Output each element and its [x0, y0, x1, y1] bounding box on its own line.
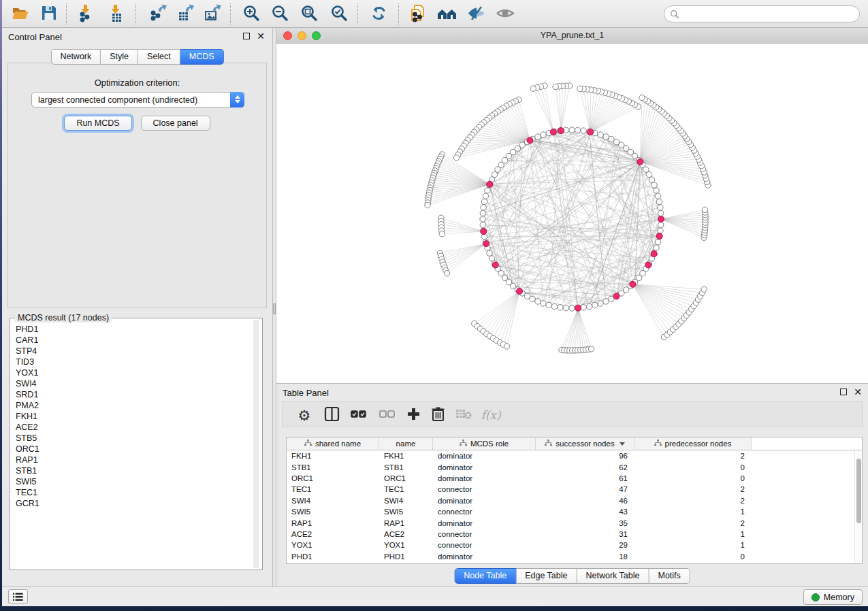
apply-function-button[interactable]: f(x): [480, 404, 502, 426]
optimization-criterion-select[interactable]: largest connected component (undirected): [31, 92, 244, 108]
zoom-in-button[interactable]: [240, 3, 263, 25]
table-row[interactable]: PHD1PHD1dominator180: [287, 551, 862, 562]
search-input[interactable]: [679, 10, 859, 19]
search-box[interactable]: [664, 5, 860, 22]
tab-mcds[interactable]: MCDS: [180, 49, 224, 65]
tab-motifs[interactable]: Motifs: [649, 568, 690, 584]
optimization-criterion-label: Optimization criterion:: [8, 78, 266, 88]
settings-gear-icon: ⚙: [298, 408, 311, 423]
first-neighbors-button[interactable]: [435, 3, 458, 25]
float-table-panel-icon[interactable]: [840, 389, 847, 395]
column-header-successor-nodes[interactable]: successor nodes: [536, 437, 634, 450]
save-session-button[interactable]: [37, 3, 61, 25]
close-table-panel-icon[interactable]: ✕: [854, 389, 862, 395]
column-header-filler: [752, 437, 862, 450]
table-row[interactable]: YOX1YOX1connector291: [287, 540, 862, 550]
mcds-result-item[interactable]: CAR1: [16, 335, 250, 346]
mcds-result-item[interactable]: TID3: [16, 357, 250, 367]
tab-network[interactable]: Network: [50, 49, 101, 65]
table-row[interactable]: TEC1TEC1connector472: [287, 484, 862, 495]
tab-node-table[interactable]: Node Table: [454, 568, 516, 584]
mcds-result-item[interactable]: SWI5: [16, 476, 250, 487]
task-history-button[interactable]: [8, 589, 28, 604]
first-neighbors-icon: [437, 4, 457, 24]
cytoscape-window: Control Panel ✕ NetworkStyleSelectMCDS O…: [2, 0, 868, 606]
delete-table-button[interactable]: [453, 404, 475, 426]
float-panel-icon[interactable]: [243, 33, 250, 39]
column-header-name[interactable]: name: [379, 437, 433, 450]
network-edges: [428, 86, 708, 350]
close-panel-icon[interactable]: ✕: [257, 33, 265, 39]
column-header-shared-name[interactable]: shared name: [287, 437, 379, 450]
table-scrollbar[interactable]: [854, 450, 862, 563]
settings-gear-button[interactable]: ⚙: [293, 404, 315, 426]
mcds-result-item[interactable]: STB5: [16, 433, 250, 444]
network-window-title: YPA_prune.txt_1: [276, 31, 868, 40]
splitter-grip[interactable]: [273, 303, 276, 314]
tab-network-table[interactable]: Network Table: [577, 568, 649, 584]
mcds-result-item[interactable]: PMA2: [16, 400, 250, 411]
table-scrollbar-thumb[interactable]: [856, 459, 861, 523]
memory-button[interactable]: Memory: [803, 589, 863, 605]
zoom-fit-button[interactable]: [298, 3, 321, 25]
node-table: shared namenameMCDS rolesuccessor nodesp…: [286, 437, 863, 564]
table-row[interactable]: RAP1RAP1dominator352: [287, 517, 862, 528]
tab-select[interactable]: Select: [138, 49, 180, 65]
zoom-out-button[interactable]: [268, 3, 291, 25]
list-icon: [13, 593, 23, 601]
network-canvas[interactable]: [276, 44, 868, 383]
column-header-predecessor-nodes[interactable]: predecessor nodes: [634, 437, 752, 450]
tab-edge-table[interactable]: Edge Table: [516, 568, 577, 584]
export-table-button[interactable]: [174, 3, 197, 25]
export-network-button[interactable]: [146, 3, 170, 25]
deselect-all-checkboxes-button[interactable]: [376, 404, 398, 426]
column-header-MCDS-role[interactable]: MCDS role: [433, 437, 536, 450]
mcds-result-item[interactable]: ORC1: [16, 444, 250, 455]
import-network-button[interactable]: [75, 3, 98, 25]
table-header-row: shared namenameMCDS rolesuccessor nodesp…: [287, 437, 862, 450]
select-all-checkboxes-button[interactable]: [348, 404, 370, 426]
export-network-icon: [149, 4, 167, 24]
mcds-result-item[interactable]: FKH1: [16, 411, 250, 422]
mcds-result-item[interactable]: TEC1: [16, 487, 250, 498]
table-row[interactable]: SWI4SWI4dominator462: [287, 495, 862, 506]
table-row[interactable]: SWI5SWI5connector431: [287, 506, 862, 517]
dropdown-stepper-icon: [230, 92, 244, 108]
table-panel: Table Panel ✕ ⚙f(x) shared namenameMCDS …: [276, 383, 868, 587]
toolbar-separator: [66, 3, 67, 24]
run-mcds-button[interactable]: Run MCDS: [64, 116, 131, 131]
refresh-button[interactable]: [367, 3, 390, 25]
mcds-result-item[interactable]: ACE2: [16, 422, 250, 433]
show-all-icon: [496, 4, 515, 24]
mcds-result-list[interactable]: PHD1CAR1STP4TID3YOX1SWI4SRD1PMA2FKH1ACE2…: [10, 324, 250, 509]
tab-style[interactable]: Style: [101, 49, 138, 65]
mcds-result-item[interactable]: GCR1: [16, 498, 250, 509]
table-row[interactable]: STB1STB1dominator620: [287, 461, 862, 472]
mcds-result-item[interactable]: SWI4: [16, 378, 250, 389]
table-row[interactable]: ACE2ACE2connector311: [287, 529, 862, 540]
table-row[interactable]: ORC1ORC1dominator610: [287, 473, 862, 484]
delete-table-icon: [455, 408, 472, 422]
delete-column-button[interactable]: [427, 404, 449, 426]
show-hide-columns-button[interactable]: [321, 404, 342, 426]
mcds-result-item[interactable]: PHD1: [16, 324, 250, 335]
new-network-from-selection-button[interactable]: [406, 3, 430, 25]
table-panel-header: Table Panel ✕: [276, 384, 868, 400]
hide-selected-button[interactable]: [465, 3, 488, 25]
mcds-result-item[interactable]: SRD1: [16, 389, 250, 400]
import-table-button[interactable]: [105, 3, 128, 25]
mcds-result-item[interactable]: STP4: [16, 346, 250, 357]
add-column-button[interactable]: [402, 404, 424, 426]
table-row[interactable]: FKH1FKH1dominator962: [287, 450, 862, 461]
mcds-result-item[interactable]: RAP1: [16, 455, 250, 465]
export-image-button[interactable]: [201, 3, 224, 25]
open-file-button[interactable]: [9, 3, 32, 25]
close-panel-button[interactable]: Close panel: [141, 116, 210, 131]
mcds-result-item[interactable]: YOX1: [16, 367, 250, 378]
show-all-button[interactable]: [494, 3, 517, 25]
zoom-selected-button[interactable]: [327, 3, 351, 25]
mcds-list-scrollbar[interactable]: [253, 320, 259, 568]
network-window-titlebar[interactable]: YPA_prune.txt_1: [276, 28, 868, 44]
show-hide-columns-icon: [324, 406, 340, 424]
mcds-result-item[interactable]: STB1: [16, 465, 250, 476]
